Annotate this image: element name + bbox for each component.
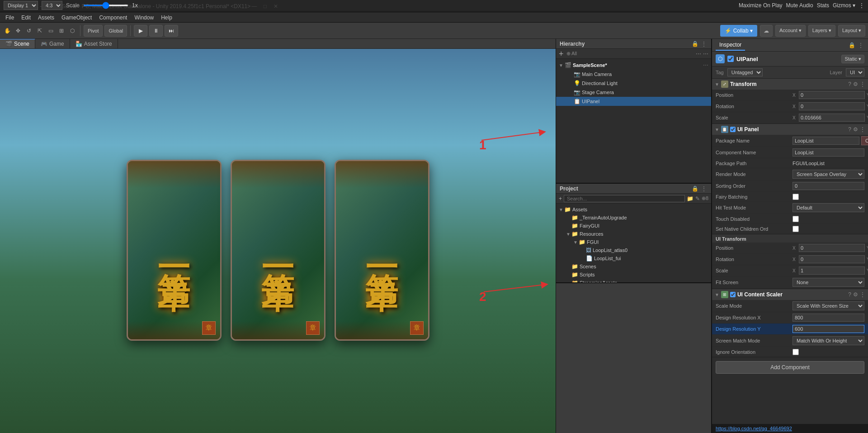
layout-btn[interactable]: Layout ▾ xyxy=(838,25,865,37)
pos-x-input[interactable] xyxy=(799,91,865,99)
proj-resources[interactable]: ▼ 📁 Resources xyxy=(556,230,711,238)
ui-panel-help-icon[interactable]: ? xyxy=(848,126,851,133)
hand-tool-icon[interactable]: ✋ xyxy=(3,26,12,35)
ui-panel-header[interactable]: ▼ 📋 UI Panel ? ⚙ ⋮ xyxy=(712,124,868,135)
proj-atlas[interactable]: ▶ 🖼 LoopList_atlas0 xyxy=(556,246,711,254)
menu-edit[interactable]: Edit xyxy=(18,14,34,22)
proj-assets[interactable]: ▼ 📁 Assets xyxy=(556,205,711,214)
global-btn[interactable]: Global xyxy=(104,25,127,37)
project-add-btn[interactable]: + xyxy=(559,195,562,202)
project-icon1[interactable]: 📁 xyxy=(687,195,693,202)
package-path-row: Package Path FGUI/LoopList xyxy=(712,158,868,168)
layers-btn[interactable]: Layers ▾ xyxy=(808,25,835,37)
transform-help-icon[interactable]: ? xyxy=(848,81,851,87)
proj-fui[interactable]: ▶ 📄 LoopList_fui xyxy=(556,254,711,262)
hier-item-uipanel[interactable]: ▶ 📋 UIPanel xyxy=(556,97,711,106)
pause-btn[interactable]: ⏸ xyxy=(149,25,163,37)
render-mode-select[interactable]: Screen Space Overlay xyxy=(793,170,864,179)
add-component-btn[interactable]: Add Component xyxy=(716,361,864,374)
ignore-orient-checkbox[interactable] xyxy=(793,349,799,355)
project-more-icon[interactable]: ⋮ xyxy=(700,185,708,192)
proj-terrain[interactable]: ▶ 📁 _TerrainAutoUpgrade xyxy=(556,214,711,222)
inspector-more-icon[interactable]: ⋮ xyxy=(857,42,864,49)
play-btn[interactable]: ▶ xyxy=(134,25,147,37)
scene-menu-icon[interactable]: ⋯ xyxy=(703,62,708,68)
cloud-btn[interactable]: ☁ xyxy=(760,25,773,37)
custom-tool-icon[interactable]: ⬡ xyxy=(68,26,77,35)
menu-window[interactable]: Window xyxy=(131,14,157,22)
scaler-help-icon[interactable]: ? xyxy=(848,291,851,298)
project-header: Project 🔒 ⋮ xyxy=(556,184,711,194)
url-link[interactable]: https://blog.csdn.net/qq_46649692 xyxy=(716,426,792,431)
proj-scripts[interactable]: ▶ 📁 Scripts xyxy=(556,271,711,279)
rotate-tool-icon[interactable]: ↺ xyxy=(24,26,33,35)
inspector-lock-icon[interactable]: 🔒 xyxy=(848,42,855,49)
ui-panel-more-icon[interactable]: ⋮ xyxy=(860,126,865,133)
menu-file[interactable]: File xyxy=(2,14,18,22)
hier-item-dir-light[interactable]: ▶ 💡 Directional Light xyxy=(556,79,711,88)
set-native-label: Set Native Children Ord xyxy=(716,226,793,232)
fit-screen-select[interactable]: None xyxy=(793,278,864,287)
menu-assets[interactable]: Assets xyxy=(34,14,58,22)
component-name-input[interactable] xyxy=(793,148,864,157)
pos-x-label: X xyxy=(793,93,798,98)
scaler-active-checkbox[interactable] xyxy=(730,292,736,297)
proj-scenes[interactable]: ▶ 📁 Scenes xyxy=(556,262,711,271)
hier-item-stage-camera[interactable]: ▶ 📷 Stage Camera xyxy=(556,88,711,97)
proj-fgui[interactable]: ▼ 📁 FGUI xyxy=(556,238,711,246)
ui-pos-x-input[interactable] xyxy=(799,244,865,252)
fairy-batching-checkbox[interactable] xyxy=(793,194,799,200)
object-active-checkbox[interactable] xyxy=(727,56,734,62)
hierarchy-add-btn[interactable]: + xyxy=(559,50,564,58)
transform-settings-icon[interactable]: ⚙ xyxy=(853,81,858,87)
ui-content-scaler-header[interactable]: ▼ ⊞ UI Content Scaler ? ⚙ ⋮ xyxy=(712,289,868,300)
hit-test-select[interactable]: Default xyxy=(793,203,864,212)
layer-select[interactable]: UI xyxy=(846,68,864,76)
transform-tool-icon[interactable]: ⊞ xyxy=(57,26,66,35)
ui-panel-settings-icon[interactable]: ⚙ xyxy=(853,126,858,133)
hier-item-samplescene[interactable]: ▼ 🎬 SampleScene* ⋯ xyxy=(556,61,711,70)
project-search-input[interactable] xyxy=(564,195,685,202)
move-tool-icon[interactable]: ✥ xyxy=(14,26,23,35)
sorting-order-input[interactable] xyxy=(793,182,864,190)
clear-btn[interactable]: Clear xyxy=(861,136,868,145)
project-lock-icon[interactable]: 🔒 xyxy=(691,185,698,192)
tab-inspector[interactable]: Inspector xyxy=(716,40,745,51)
design-res-y-input[interactable] xyxy=(793,325,864,333)
static-btn[interactable]: Static ▾ xyxy=(841,55,864,63)
collab-btn[interactable]: ⚡ Collab ▾ xyxy=(720,25,757,37)
project-icon2[interactable]: ✎ xyxy=(695,195,700,202)
package-name-input[interactable] xyxy=(793,137,859,145)
hierarchy-more-icon[interactable]: ⋮ xyxy=(700,40,708,48)
rot-x-input[interactable] xyxy=(799,102,865,110)
menu-component[interactable]: Component xyxy=(95,14,131,22)
account-btn[interactable]: Account ▾ xyxy=(775,25,806,37)
tab-scene[interactable]: 🎬 Scene xyxy=(0,39,35,48)
step-btn[interactable]: ⏭ xyxy=(165,25,178,37)
scale-tool-icon[interactable]: ⇱ xyxy=(35,26,44,35)
transform-more-icon[interactable]: ⋮ xyxy=(860,81,865,87)
scaler-more-icon[interactable]: ⋮ xyxy=(860,291,865,298)
scale-x-input[interactable] xyxy=(799,114,865,122)
tab-asset-store[interactable]: 🏪 Asset Store xyxy=(70,39,118,48)
ui-rot-x-input[interactable] xyxy=(799,255,865,263)
transform-header[interactable]: ▼ ⤢ Transform ? ⚙ ⋮ xyxy=(712,79,868,90)
rect-tool-icon[interactable]: ▭ xyxy=(46,26,55,35)
tag-select[interactable]: Untagged xyxy=(727,68,763,76)
set-native-checkbox[interactable] xyxy=(793,226,799,232)
touch-disabled-checkbox[interactable] xyxy=(793,216,799,222)
tab-game[interactable]: 🎮 Game xyxy=(35,39,70,48)
screen-match-select[interactable]: Match Width Or Height xyxy=(793,336,864,345)
menu-gameobject[interactable]: GameObject xyxy=(58,14,95,22)
pivot-btn[interactable]: Pivot xyxy=(84,25,103,37)
hier-item-main-camera[interactable]: ▶ 📷 Main Camera xyxy=(556,70,711,79)
design-res-x-input[interactable] xyxy=(793,314,864,322)
proj-fairygui[interactable]: ▶ 📁 FairyGUI xyxy=(556,222,711,230)
scaler-settings-icon[interactable]: ⚙ xyxy=(853,291,858,298)
hierarchy-lock-icon[interactable]: 🔒 xyxy=(691,40,698,48)
menu-help[interactable]: Help xyxy=(157,14,176,22)
ui-panel-active-checkbox[interactable] xyxy=(730,127,736,132)
scale-mode-select[interactable]: Scale With Screen Size xyxy=(793,301,864,310)
ui-scale-x-input[interactable] xyxy=(799,266,865,275)
proj-streaming[interactable]: ▶ 📁 StreamingAssets xyxy=(556,279,711,282)
